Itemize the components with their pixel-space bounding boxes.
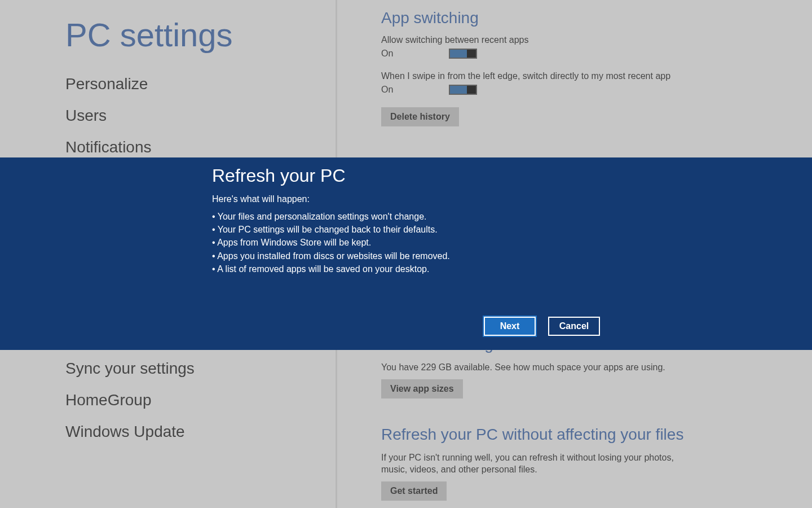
dialog-bullet: Your PC settings will be changed back to…	[212, 223, 595, 236]
refresh-pc-dialog: Refresh your PC Here's what will happen:…	[0, 157, 812, 350]
dialog-bullet-list: Your files and personalization settings …	[212, 210, 595, 275]
dialog-bullet: A list of removed apps will be saved on …	[212, 262, 595, 275]
dialog-bullet: Your files and personalization settings …	[212, 210, 595, 223]
modal-dim-bottom	[0, 350, 812, 508]
modal-dim-top	[0, 0, 812, 157]
dialog-bullet: Apps from Windows Store will be kept.	[212, 236, 595, 249]
dialog-title: Refresh your PC	[212, 165, 595, 186]
dialog-bullet: Apps you installed from discs or website…	[212, 249, 595, 262]
dialog-button-row: Next Cancel	[484, 317, 600, 336]
cancel-button[interactable]: Cancel	[548, 317, 600, 336]
dialog-body: Refresh your PC Here's what will happen:…	[212, 165, 595, 275]
dialog-subtitle: Here's what will happen:	[212, 194, 595, 204]
pc-settings-screen: PC settings Personalize Users Notificati…	[0, 0, 812, 508]
next-button[interactable]: Next	[484, 317, 536, 336]
